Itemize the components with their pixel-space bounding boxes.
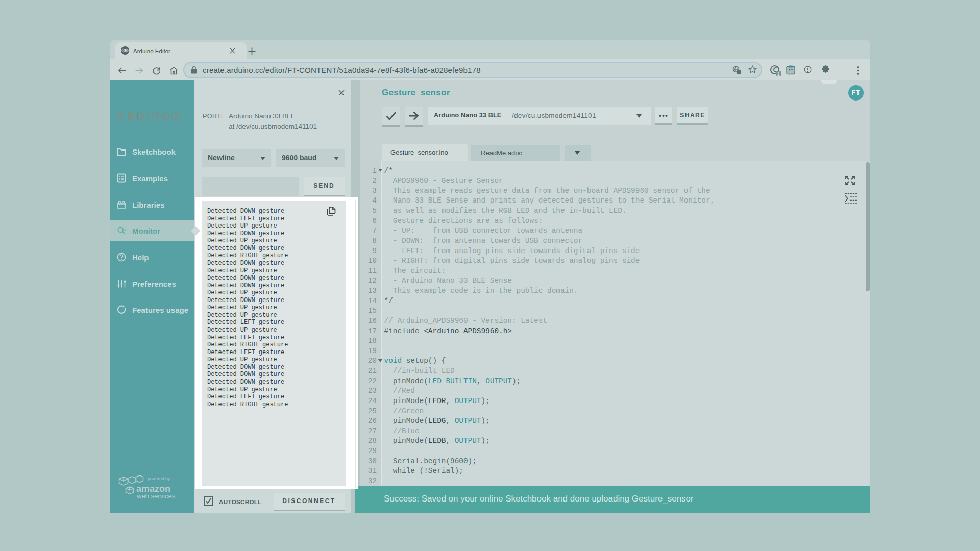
svg-text:EDITOR: EDITOR bbox=[128, 111, 182, 122]
svg-text:powered by: powered by bbox=[148, 476, 170, 481]
svg-text:web services: web services bbox=[136, 492, 176, 500]
svg-text:1: 1 bbox=[777, 71, 779, 77]
